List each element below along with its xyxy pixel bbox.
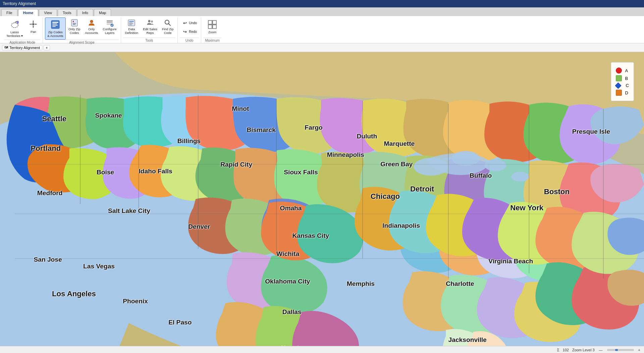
application-mode-label: Application Mode [4,40,41,45]
legend-label-b: B [625,76,628,81]
zoom-plus-button[interactable]: + [637,348,641,352]
add-icon: + [46,46,48,50]
edit-sales-reps-button[interactable]: Edit SalesReps [141,17,159,36]
zoom-max-button[interactable]: Zoom [203,17,221,36]
svg-rect-27 [208,25,212,29]
legend-label-c: C [626,83,629,88]
legend-swatch-c [615,82,622,89]
find-zip-code-icon [164,19,172,27]
svg-rect-8 [71,19,77,26]
legend-item-d: D [616,90,629,96]
tab-tools[interactable]: Tools [58,9,76,16]
data-definition-icon [127,19,136,27]
legend-item-c: C [616,83,629,88]
svg-point-2 [32,23,34,25]
lasso-territories-button[interactable]: LassoTerritories ▾ [4,17,25,40]
ribbon: LassoTerritories ▾ Pan Application Mode [0,16,644,43]
zoom-bar [607,349,634,351]
svg-rect-5 [52,24,57,24]
tab-home[interactable]: Home [18,9,39,16]
only-zip-codes-label: Only ZipCodes [68,27,80,35]
svg-rect-3 [51,20,59,29]
map-svg[interactable]: Seattle Spokane Portland Medford Boise I… [0,52,644,346]
app-title: Territory Alignment [3,1,36,6]
count-value: 102 [563,348,569,352]
tab-info[interactable]: Info [77,9,93,16]
svg-rect-1 [17,21,18,24]
sum-icon: Σ [557,348,559,352]
pan-label: Pan [31,30,36,34]
legend-swatch-d [616,90,622,96]
zoom-max-label: Zoom [208,30,216,34]
svg-rect-28 [213,25,216,29]
map-container[interactable]: Seattle Spokane Portland Medford Boise I… [0,52,644,346]
svg-rect-13 [107,22,113,23]
zoom-max-icon [207,19,218,30]
svg-rect-4 [52,22,58,23]
find-zip-code-button[interactable]: Find ZipCode [160,17,175,36]
lasso-territories-label: LassoTerritories ▾ [6,30,23,38]
svg-point-21 [148,20,150,22]
configure-layers-icon [106,19,114,27]
svg-rect-20 [129,25,132,25]
tab-file[interactable]: File [1,9,17,16]
territory-alignment-toolbar-label: Territory Alignment [9,46,40,50]
undo-button[interactable]: ↩ Undo [180,19,199,27]
tab-view[interactable]: View [39,9,57,16]
only-accounts-icon [88,19,96,27]
svg-point-33 [511,172,529,182]
tools-group-label: Tools [123,38,176,43]
title-bar: Territory Alignment [0,0,644,7]
undo-label: Undo [189,21,197,25]
undo-group-label: Undo [180,38,199,43]
edit-sales-reps-icon [146,19,154,27]
svg-rect-19 [129,24,133,24]
zip-codes-accounts-button[interactable]: Zip Codes& Accounts [45,17,66,40]
svg-rect-7 [52,26,56,27]
zoom-level-label: Zoom Level 3 [572,348,595,352]
redo-button[interactable]: ↪ Redo [180,28,199,36]
zoom-minus-button[interactable]: — [598,348,604,352]
redo-label: Redo [189,30,197,34]
svg-line-24 [169,24,171,26]
svg-point-22 [151,21,153,23]
only-accounts-button[interactable]: OnlyAccounts [83,17,100,36]
find-zip-code-label: Find ZipCode [162,27,173,35]
legend-item-a: A [616,68,629,74]
svg-rect-18 [129,23,132,23]
lasso-icon [9,19,20,30]
legend-swatch-a [616,68,622,74]
alignment-scope-label: Alignment Scope [45,40,118,45]
data-definition-label: DataDefinition [125,27,139,35]
svg-point-11 [90,20,93,23]
territory-alignment-toolbar-item[interactable]: 🗺 Territory Alignment [2,45,42,50]
only-zip-codes-icon [70,19,78,27]
legend: A B C D [611,62,634,101]
ribbon-group-undo: ↩ Undo ↪ Redo Undo [178,17,201,43]
undo-icon: ↩ [182,20,188,26]
map-icon: 🗺 [4,46,8,50]
pan-icon [28,19,39,30]
svg-rect-26 [213,20,216,24]
svg-rect-9 [73,23,76,24]
tab-map[interactable]: Map [94,9,111,16]
zoom-group-label: Maximum [203,38,221,43]
legend-item-b: B [616,75,629,81]
configure-layers-label: ConfigureLayers [103,27,116,35]
svg-rect-10 [73,24,75,25]
legend-label-d: D [625,90,628,95]
zip-codes-accounts-label: Zip Codes& Accounts [47,30,63,38]
add-tab-button[interactable]: + [44,45,50,50]
edit-sales-reps-label: Edit SalesReps [143,27,157,35]
tab-bar: File Home View Tools Info Map [0,7,644,16]
legend-label-a: A [625,68,628,73]
data-definition-button[interactable]: DataDefinition [123,17,141,36]
pan-button[interactable]: Pan [26,17,41,35]
only-zip-codes-button[interactable]: Only ZipCodes [66,17,82,36]
configure-layers-button[interactable]: ConfigureLayers [101,17,118,36]
ribbon-group-tools: DataDefinition Edit SalesReps [121,17,178,43]
ribbon-group-application-mode: LassoTerritories ▾ Pan Application Mode [2,17,43,43]
ribbon-group-alignment-scope: Zip Codes& Accounts Only ZipCodes [43,17,121,43]
legend-swatch-b [616,75,622,81]
svg-rect-12 [107,20,113,21]
